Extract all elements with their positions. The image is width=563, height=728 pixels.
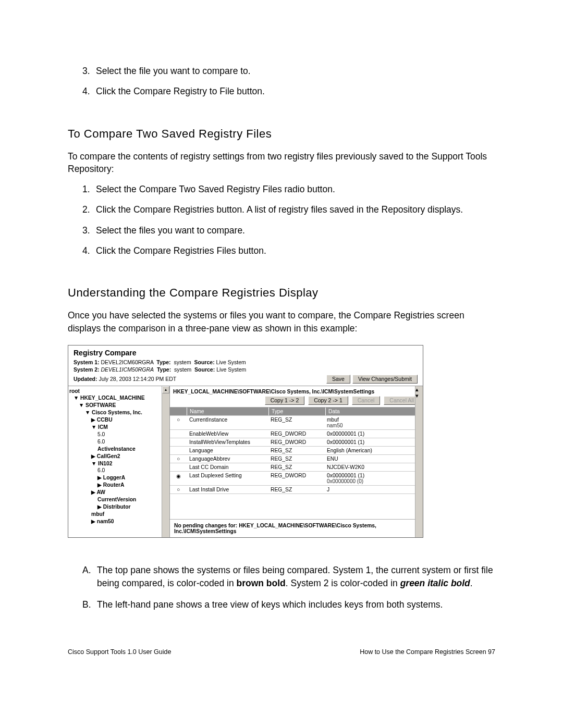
list-item: 1.Select the Compare Two Saved Registry … (82, 183, 495, 196)
list-item: 4.Click the Compare Registries Files but… (82, 244, 495, 257)
save-button[interactable]: Save (326, 375, 350, 384)
copy-1-to-2-button[interactable]: Copy 1 -> 2 (265, 396, 305, 405)
top-steps-list: 3.Select the file you want to compare to… (68, 65, 495, 98)
registry-tree-pane[interactable]: root▼ HKEY_LOCAL_MACHINE▼ SOFTWARE▼ Cisc… (68, 386, 170, 537)
tree-node[interactable]: CurrentVersion (69, 496, 168, 503)
table-row[interactable]: EnableWebViewREG_DWORD0x00000001 (1) (170, 430, 423, 438)
paragraph: Once you have selected the systems or fi… (68, 309, 495, 335)
tree-node[interactable]: root (69, 388, 168, 395)
compare-steps-list: 1.Select the Compare Two Saved Registry … (68, 183, 495, 258)
scrollbar-vertical[interactable]: ▴▾ (415, 386, 423, 537)
tree-node[interactable]: ▶ AW (69, 489, 168, 496)
view-changes-button[interactable]: View Changes/Submit (352, 375, 418, 384)
list-item: B. The left-hand pane shows a tree view … (82, 598, 495, 611)
table-row[interactable]: InstallWebViewTemplatesREG_DWORD0x000000… (170, 438, 423, 447)
registry-values-pane: HKEY_LOCAL_MACHINE\SOFTWARE\Cisco System… (170, 386, 423, 537)
tree-node[interactable]: 5.0 (69, 431, 168, 438)
table-row[interactable]: ○CurrentInstanceREG_SZmbufnam50 (170, 416, 423, 430)
tree-node[interactable]: ▼ IN102 (69, 460, 168, 467)
cancel-all-button[interactable]: Cancel All (384, 396, 420, 405)
tree-node[interactable]: ▶ CCBU (69, 416, 168, 424)
list-item: 2.Click the Compare Registries button. A… (82, 203, 495, 216)
list-item: 3.Select the file you want to compare to… (82, 65, 495, 78)
registry-path: HKEY_LOCAL_MACHINE\SOFTWARE\Cisco System… (173, 389, 420, 394)
list-item: 4.Click the Compare Registry to File but… (82, 85, 495, 98)
tree-node[interactable]: 6.0 (69, 467, 168, 474)
tree-node[interactable]: mbuf (69, 511, 168, 518)
tree-node[interactable]: ▶ nam50 (69, 518, 168, 525)
scrollbar-vertical[interactable]: ▴ (162, 386, 169, 537)
page-footer: Cisco Support Tools 1.0 User Guide How t… (68, 648, 495, 656)
tree-node[interactable]: ▶ RouterA (69, 482, 168, 489)
tree-node[interactable]: ▶ LoggerA (69, 474, 168, 482)
status-text: No pending changes for: HKEY_LOCAL_MACHI… (170, 519, 423, 537)
heading-understanding-display: Understanding the Compare Registries Dis… (68, 286, 495, 300)
list-item: A. The top pane shows the systems or fil… (82, 564, 495, 590)
annotation-list: A. The top pane shows the systems or fil… (68, 564, 495, 612)
paragraph: To compare the contents of registry sett… (68, 150, 495, 176)
heading-compare-two-files: To Compare Two Saved Registry Files (68, 127, 495, 141)
table-row[interactable]: ○LanguageAbbrevREG_SZENU (170, 455, 423, 463)
table-row[interactable]: ○Last Install DriveREG_SZJ (170, 486, 423, 494)
table-row[interactable]: Last CC DomainREG_SZNJCDEV-W2K0 (170, 463, 423, 472)
tree-node[interactable]: ▼ Cisco Systems, Inc. (69, 409, 168, 416)
tree-node[interactable]: ActiveInstance (69, 446, 168, 453)
registry-compare-title: Registry Compare (74, 349, 418, 357)
tree-node[interactable]: ▶ CallGen2 (69, 453, 168, 460)
table-row[interactable]: ◉Last Duplexed SettingREG_DWORD0x0000000… (170, 472, 423, 486)
list-item: 3.Select the files you want to compare. (82, 224, 495, 237)
tree-node[interactable]: ▼ HKEY_LOCAL_MACHINE (69, 394, 168, 402)
tree-node[interactable]: ▼ ICM (69, 424, 168, 431)
table-row[interactable]: LanguageREG_SZEnglish (American) (170, 447, 423, 455)
copy-2-to-1-button[interactable]: Copy 2 -> 1 (308, 396, 348, 405)
tree-node[interactable]: ▼ SOFTWARE (69, 402, 168, 409)
cancel-button[interactable]: Cancel (352, 396, 381, 405)
tree-node[interactable]: 6.0 (69, 438, 168, 446)
registry-compare-figure: Registry Compare System 1: DEVEL2ICM60RG… (68, 345, 423, 537)
tree-node[interactable]: ▶ Distributor (69, 503, 168, 511)
table-header: Name Type Data (170, 408, 423, 416)
